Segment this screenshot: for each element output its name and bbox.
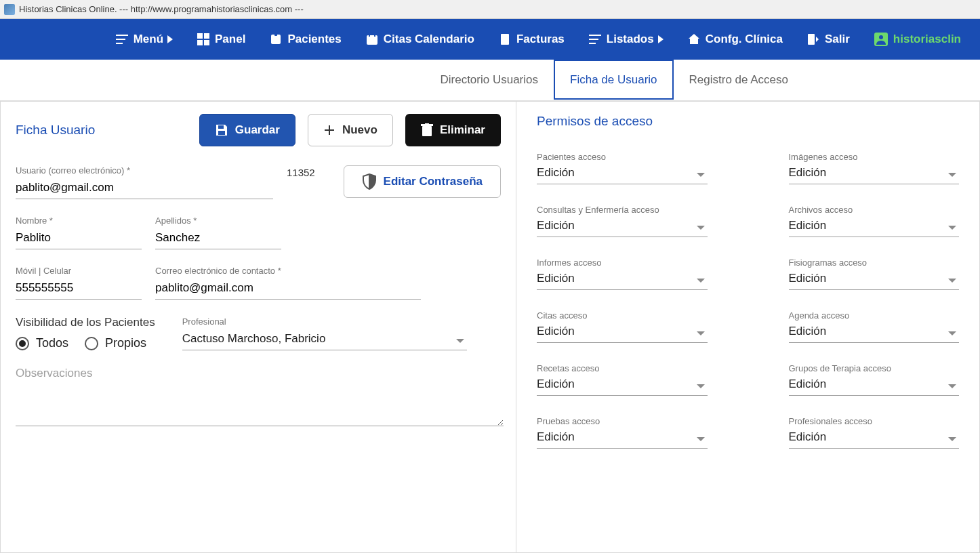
apellidos-input[interactable] xyxy=(155,228,281,249)
field-observaciones: Observaciones xyxy=(16,367,501,426)
panel-permisos: Permisos de acceso Pacientes acceso Edic… xyxy=(516,101,980,553)
new-button[interactable]: Nuevo xyxy=(308,114,393,146)
nav-citas[interactable]: Citas Calendario xyxy=(354,19,487,60)
perm-archivos: Archivos acceso Edición xyxy=(789,205,960,237)
row-usuario: Usuario (correo electrónico) * 11352 Edi… xyxy=(16,165,501,199)
perm-imagenes: Imágenes acceso Edición xyxy=(789,152,960,184)
perm-label: Consultas y Enfermería acceso xyxy=(537,205,708,215)
delete-button[interactable]: Eliminar xyxy=(405,114,501,146)
perm-label: Citas acceso xyxy=(537,310,708,321)
save-button[interactable]: Guardar xyxy=(199,114,295,146)
perm-select-value: Edición xyxy=(789,322,960,343)
usuario-input[interactable] xyxy=(16,178,273,199)
window-titlebar: Historias Clinicas Online. --- http://ww… xyxy=(0,0,980,19)
user-icon xyxy=(874,33,888,46)
edit-password-button[interactable]: Editar Contraseña xyxy=(344,165,501,198)
nav-pacientes-label: Pacientes xyxy=(287,33,341,46)
perm-select-wrap[interactable]: Edición xyxy=(537,216,708,237)
edit-password-label: Editar Contraseña xyxy=(384,175,483,188)
profesional-select-wrap[interactable]: Cactuso Marchoso, Fabricio xyxy=(182,329,467,350)
perm-label: Informes acceso xyxy=(537,258,708,268)
nav-user[interactable]: historiasclin xyxy=(862,19,973,60)
nav-panel-label: Panel xyxy=(215,33,245,46)
radio-propios[interactable]: Propios xyxy=(85,336,146,350)
tab-directorio-usuarios[interactable]: Directorio Usuarios xyxy=(424,60,554,100)
svg-rect-4 xyxy=(204,33,209,39)
perm-select-wrap[interactable]: Edición xyxy=(537,322,708,343)
svg-rect-14 xyxy=(589,39,598,40)
perm-select-wrap[interactable]: Edición xyxy=(789,216,960,237)
shield-icon xyxy=(362,173,377,190)
perm-select-wrap[interactable]: Edición xyxy=(789,428,960,449)
radio-todos[interactable]: Todos xyxy=(16,336,68,350)
perm-select-value: Edición xyxy=(537,322,708,343)
perm-select-value: Edición xyxy=(789,216,960,237)
perm-label: Profesionales acceso xyxy=(789,416,960,426)
nav-config[interactable]: Confg. Clínica xyxy=(676,19,795,60)
content: Ficha Usuario Guardar Nuevo Eliminar Usu… xyxy=(0,100,980,553)
observaciones-textarea[interactable] xyxy=(16,383,504,426)
delete-button-label: Eliminar xyxy=(440,123,485,137)
section-title-ficha: Ficha Usuario xyxy=(16,123,187,138)
tab-ficha-usuario[interactable]: Ficha de Usuario xyxy=(554,60,674,100)
nav-salir-label: Salir xyxy=(825,33,850,46)
nav-salir[interactable]: Salir xyxy=(795,19,862,60)
dashboard-icon xyxy=(197,33,209,45)
svg-rect-7 xyxy=(271,35,281,44)
row-nombre-apellidos: Nombre * Apellidos * xyxy=(16,216,501,249)
perm-select-wrap[interactable]: Edición xyxy=(537,375,708,396)
trash-icon xyxy=(421,123,433,137)
svg-rect-11 xyxy=(374,33,375,37)
perm-select-wrap[interactable]: Edición xyxy=(789,269,960,290)
nav-citas-label: Citas Calendario xyxy=(384,33,474,46)
perm-label: Archivos acceso xyxy=(789,205,960,215)
tab-label: Directorio Usuarios xyxy=(440,73,538,87)
movil-input[interactable] xyxy=(16,279,142,300)
perm-select-wrap[interactable]: Edición xyxy=(789,375,960,396)
svg-rect-20 xyxy=(218,131,225,135)
svg-rect-23 xyxy=(422,126,432,136)
nav-facturas[interactable]: Facturas xyxy=(487,19,577,60)
perm-label: Imágenes acceso xyxy=(789,152,960,162)
left-header: Ficha Usuario Guardar Nuevo Eliminar xyxy=(16,114,501,146)
correo-input[interactable] xyxy=(155,279,421,300)
calendar-icon xyxy=(366,33,378,45)
perm-informes: Informes acceso Edición xyxy=(537,258,708,290)
exit-icon xyxy=(807,33,819,45)
svg-point-18 xyxy=(879,35,883,39)
chevron-right-icon xyxy=(658,35,663,43)
perm-select-wrap[interactable]: Edición xyxy=(789,322,960,343)
save-button-label: Guardar xyxy=(235,123,280,137)
radio-todos-label: Todos xyxy=(36,336,68,350)
perm-select-wrap[interactable]: Edición xyxy=(537,269,708,290)
nav-listados[interactable]: Listados xyxy=(577,19,676,60)
profesional-select: Cactuso Marchoso, Fabricio xyxy=(182,329,467,350)
perm-select-value: Edición xyxy=(537,428,708,449)
patients-icon xyxy=(270,33,282,45)
perm-select-value: Edición xyxy=(537,269,708,290)
perm-label: Grupos de Terapia acceso xyxy=(789,363,960,373)
radio-row: Todos Propios xyxy=(16,336,155,350)
save-icon xyxy=(215,123,228,137)
perm-select-wrap[interactable]: Edición xyxy=(537,163,708,184)
main-navbar: Menú Panel Pacientes Citas Calendario Fa… xyxy=(0,19,980,60)
nav-panel[interactable]: Panel xyxy=(185,19,258,60)
svg-rect-25 xyxy=(425,123,429,125)
nav-menu[interactable]: Menú xyxy=(104,19,185,60)
perm-label: Recetas acceso xyxy=(537,363,708,373)
svg-rect-3 xyxy=(197,33,203,39)
tab-registro-acceso[interactable]: Registro de Acceso xyxy=(674,60,804,100)
home-icon xyxy=(688,33,700,45)
radio-propios-label: Propios xyxy=(105,336,146,350)
perm-select-value: Edición xyxy=(537,375,708,396)
perm-select-wrap[interactable]: Edición xyxy=(789,163,960,184)
perm-consultas: Consultas y Enfermería acceso Edición xyxy=(537,205,708,237)
perm-select-value: Edición xyxy=(789,428,960,449)
perm-select-wrap[interactable]: Edición xyxy=(537,428,708,449)
nombre-input[interactable] xyxy=(16,228,142,249)
nav-pacientes[interactable]: Pacientes xyxy=(258,19,353,60)
svg-rect-13 xyxy=(589,35,601,36)
field-apellidos: Apellidos * xyxy=(155,216,281,249)
field-usuario: Usuario (correo electrónico) * xyxy=(16,165,273,199)
nav-menu-label: Menú xyxy=(134,33,163,46)
